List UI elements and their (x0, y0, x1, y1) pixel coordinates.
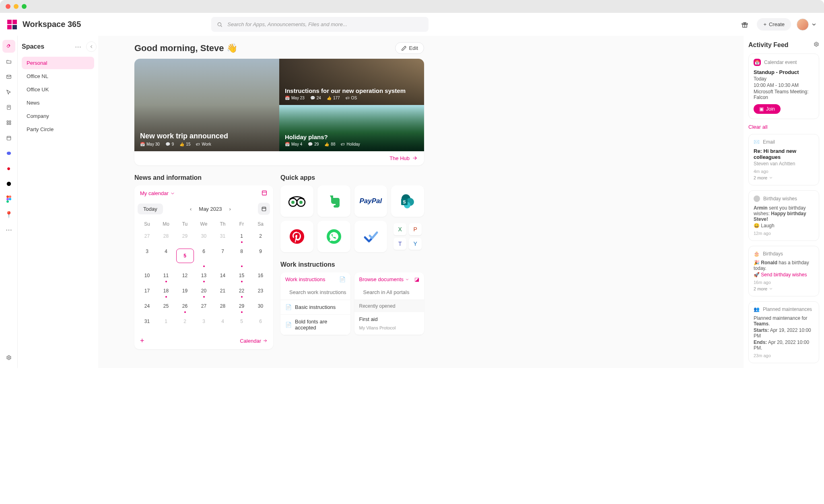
calendar-day[interactable]: 30 (251, 300, 270, 315)
calendar-day[interactable]: 25 (157, 300, 175, 315)
wi-right-search[interactable] (354, 286, 424, 300)
calendar-day[interactable]: 6 (194, 245, 213, 269)
wi-item[interactable]: 📄Bold fonts are accepted (280, 315, 350, 335)
spaces-more-icon[interactable]: ⋯ (75, 43, 81, 51)
calendar-day[interactable]: 3 (194, 315, 213, 331)
expand-more[interactable]: 2 more (754, 175, 814, 180)
rail-pinterest-icon[interactable]: ● (2, 162, 15, 175)
create-button[interactable]: + Create (757, 18, 791, 31)
collapse-sidebar-button[interactable] (86, 41, 97, 52)
hero-tile-bottom[interactable]: Holiday plans? 📅 May 4 💬 29 👍 88 🏷 Holid… (279, 105, 424, 151)
feed-birthdays-card[interactable]: 🎂Birthdays 🎉 Ronald has a birthday today… (748, 246, 819, 296)
wi-right-title[interactable]: Browse documents (359, 276, 410, 282)
search-input[interactable] (227, 21, 423, 28)
quickapp-whatsapp[interactable] (317, 221, 350, 252)
send-wishes-link[interactable]: 🚀 Send birthday wishes (754, 272, 814, 278)
calendar-day[interactable]: 30 (194, 230, 213, 245)
hub-link[interactable]: The Hub (134, 151, 424, 165)
rail-discord-icon[interactable] (2, 147, 15, 160)
sidebar-item-party-circle[interactable]: Party Circle (22, 123, 94, 136)
sidebar-item-news[interactable]: News (22, 97, 94, 109)
rail-github-icon[interactable] (2, 177, 15, 190)
calendar-day[interactable]: 26 (175, 300, 194, 315)
rail-folder-icon[interactable] (2, 55, 15, 68)
rail-more-icon[interactable]: ⋯ (2, 223, 15, 236)
calendar-day[interactable]: 19 (175, 285, 194, 300)
logo[interactable]: Workspace 365 (7, 20, 81, 29)
calendar-day[interactable]: 13 (194, 269, 213, 285)
calendar-day[interactable]: 2 (251, 230, 270, 245)
search-bar[interactable] (211, 17, 428, 32)
calendar-dropdown[interactable]: My calendar (140, 190, 175, 196)
mac-max-dot[interactable] (22, 4, 27, 9)
calendar-day[interactable]: 18 (157, 285, 175, 300)
hero-tile-top[interactable]: Instructions for our new operation syste… (279, 59, 424, 105)
calendar-day[interactable]: 5 (175, 245, 194, 269)
calendar-day[interactable]: 31 (138, 315, 157, 331)
calendar-day[interactable]: 16 (251, 269, 270, 285)
calendar-day[interactable]: 28 (157, 230, 175, 245)
rail-grid-icon[interactable] (2, 116, 15, 129)
calendar-day[interactable]: 20 (194, 285, 213, 300)
wi-right-icon[interactable]: ◪ (414, 276, 419, 282)
quickapp-paypal[interactable]: PayPal (354, 185, 387, 217)
gear-icon[interactable] (814, 41, 819, 49)
calendar-day[interactable]: 10 (138, 269, 157, 285)
rail-rocket-icon[interactable] (2, 40, 15, 53)
wi-search-input[interactable] (288, 289, 350, 296)
clear-all-link[interactable]: Clear all (748, 124, 819, 130)
wi-item[interactable]: 📄Basic instructions (280, 300, 350, 315)
expand-more[interactable]: 2 more (754, 286, 814, 291)
wi-search[interactable] (280, 286, 350, 300)
calendar-day[interactable]: 4 (213, 315, 232, 331)
rail-calendar-icon[interactable] (2, 132, 15, 144)
calendar-day[interactable]: 27 (138, 230, 157, 245)
teams-icon[interactable]: T (393, 238, 406, 250)
feed-email-card[interactable]: ✉️Email Re: Hi brand new colleagues Stev… (748, 134, 819, 185)
calendar-day[interactable]: 8 (232, 245, 251, 269)
yammer-icon[interactable]: Y (409, 238, 422, 250)
calendar-day[interactable]: 23 (251, 285, 270, 300)
rail-doc-icon[interactable] (2, 101, 15, 114)
quickapp-evernote[interactable] (317, 185, 350, 217)
mac-close-dot[interactable] (6, 4, 10, 9)
calendar-day[interactable]: 6 (251, 315, 270, 331)
add-event-button[interactable]: + (140, 337, 144, 344)
sidebar-item-office-nl[interactable]: Office NL (22, 70, 94, 82)
excel-icon[interactable]: X (393, 223, 406, 235)
hero-tile-big[interactable]: New work trip announced 📅 May 30 💬 9 👍 1… (134, 59, 279, 151)
calendar-day[interactable]: 4 (157, 245, 175, 269)
calendar-day[interactable]: 24 (138, 300, 157, 315)
sidebar-item-company[interactable]: Company (22, 110, 94, 122)
quickapp-sharepoint[interactable]: S (391, 185, 424, 217)
calendar-day[interactable]: 27 (194, 300, 213, 315)
calendar-day[interactable]: 11 (157, 269, 175, 285)
quickapp-tripadvisor[interactable] (280, 185, 313, 217)
calendar-day[interactable]: 28 (213, 300, 232, 315)
date-picker-button[interactable] (258, 203, 270, 215)
quickapp-office-multi[interactable]: XPTY (391, 221, 424, 252)
feed-birthday-card[interactable]: Birthday wishes Armin sent you birthday … (748, 190, 819, 241)
quickapp-pinterest[interactable] (280, 221, 313, 252)
calendar-icon[interactable] (261, 189, 268, 197)
profile-menu[interactable] (797, 19, 817, 31)
calendar-day[interactable]: 15 (232, 269, 251, 285)
today-button[interactable]: Today (138, 204, 163, 214)
month-next-button[interactable]: › (229, 206, 231, 212)
wi-right-search-input[interactable] (363, 289, 424, 296)
quickapp-todo[interactable] (354, 221, 387, 252)
calendar-day[interactable]: 21 (213, 285, 232, 300)
rail-cursor-icon[interactable] (2, 86, 15, 99)
calendar-day[interactable]: 12 (175, 269, 194, 285)
calendar-day[interactable]: 17 (138, 285, 157, 300)
calendar-day[interactable]: 5 (232, 315, 251, 331)
calendar-day[interactable]: 7 (213, 245, 232, 269)
month-prev-button[interactable]: ‹ (190, 206, 192, 212)
edit-button[interactable]: Edit (395, 42, 424, 54)
calendar-day[interactable]: 3 (138, 245, 157, 269)
join-button[interactable]: ▣ Join (754, 104, 781, 114)
calendar-day[interactable]: 14 (213, 269, 232, 285)
calendar-day[interactable]: 2 (175, 315, 194, 331)
powerpoint-icon[interactable]: P (409, 223, 422, 235)
calendar-link[interactable]: Calendar (240, 337, 268, 344)
